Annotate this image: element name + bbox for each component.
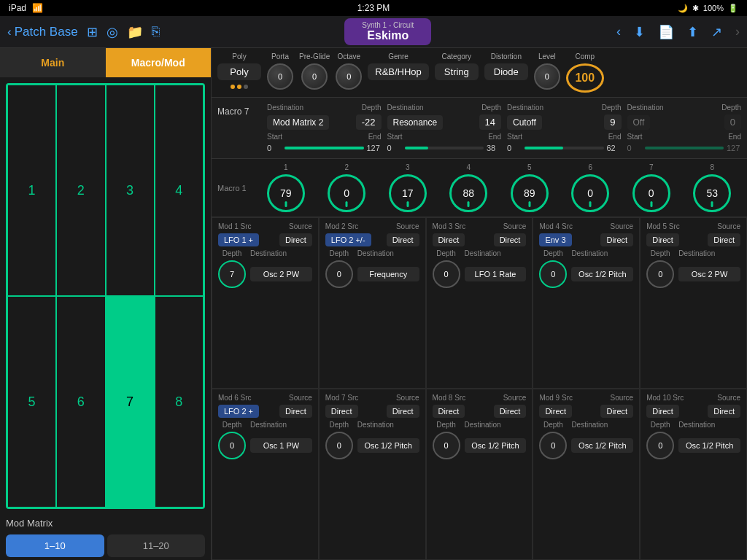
mod-depth-knob-1[interactable]: 0 <box>325 260 353 288</box>
mod-src-val-3[interactable]: Direct <box>539 405 572 418</box>
mod-cell-mod-grid-row2-3: Mod 9 Src Source Direct Direct Depth Des… <box>533 389 640 560</box>
mod-dest-val-3[interactable]: Osc 1/2 Pitch <box>571 267 633 281</box>
mod-src-val-1[interactable]: Direct <box>325 405 358 418</box>
mod-source-val-4[interactable]: Direct <box>708 233 740 246</box>
mod-depth-knob-3[interactable]: 0 <box>539 432 567 459</box>
macro-knob-7[interactable]: 0 <box>632 174 670 212</box>
mod-source-val-1[interactable]: Direct <box>387 233 419 246</box>
nav-icon-face[interactable]: ◎ <box>107 24 118 40</box>
dest-value-0[interactable]: Mod Matrix 2 <box>267 115 329 130</box>
mod-src-val-4[interactable]: Direct <box>646 233 679 246</box>
mod-dest-val-4[interactable]: Osc 2 PW <box>678 267 740 281</box>
mod-dest-val-0[interactable]: Osc 1 PW <box>250 438 312 453</box>
mod-vals-4: Direct Direct <box>646 233 740 246</box>
dest-value-2[interactable]: Cutoff <box>507 115 542 130</box>
moon-icon: 🌙 <box>678 4 688 13</box>
mod-source-val-0[interactable]: Direct <box>279 233 312 246</box>
nav-icon-layers[interactable]: ⊞ <box>87 24 98 40</box>
mod-source-val-3[interactable]: Direct <box>600 233 633 246</box>
mod-depth-knob-4[interactable]: 0 <box>646 260 674 288</box>
macro-knob-5[interactable]: 89 <box>511 174 549 212</box>
nav-icon-export[interactable]: ↗ <box>711 24 722 40</box>
macro-cell-4[interactable]: 4 <box>155 85 204 296</box>
mod-dest-val-2[interactable]: Osc 1/2 Pitch <box>465 438 527 453</box>
mod-source-val-4[interactable]: Direct <box>708 405 740 418</box>
mod-depth-knob-4[interactable]: 0 <box>646 432 674 459</box>
macro-knob-4[interactable]: 88 <box>449 174 487 212</box>
mod-source-val-2[interactable]: Direct <box>494 233 527 246</box>
slider-track-0[interactable] <box>285 147 364 149</box>
mod-source-val-0[interactable]: Direct <box>279 405 312 418</box>
mod-dest-val-2[interactable]: LFO 1 Rate <box>465 267 527 281</box>
mod-tab-1-10[interactable]: 1–10 <box>6 534 104 557</box>
poly-value[interactable]: Poly <box>217 63 261 80</box>
nav-icon-share[interactable]: ⬆ <box>687 24 698 40</box>
distortion-value[interactable]: Diode <box>484 63 528 80</box>
mod-tab-11-20[interactable]: 11–20 <box>107 534 206 557</box>
pre-glide-knob[interactable]: 0 <box>301 63 328 90</box>
dest-value-3[interactable]: Off <box>627 115 651 130</box>
mod-src-val-2[interactable]: Direct <box>433 233 465 246</box>
depth-value-2[interactable]: 9 <box>604 114 621 130</box>
macro-cell-1[interactable]: 1 <box>7 85 56 296</box>
mod-depth-knob-1[interactable]: 0 <box>325 432 353 459</box>
nav-icon-left-arrow[interactable]: ‹ <box>616 24 621 39</box>
level-knob[interactable]: 0 <box>534 63 560 90</box>
mod-dep-dest-labels-3: Depth Destination <box>539 249 633 257</box>
dot2 <box>237 85 241 89</box>
depth-value-0[interactable]: -22 <box>356 114 382 130</box>
octave-knob[interactable]: 0 <box>336 63 362 90</box>
mod-src-val-4[interactable]: Direct <box>646 405 679 418</box>
mod-src-val-1[interactable]: LFO 2 +/- <box>325 233 371 246</box>
macro-knob-8[interactable]: 53 <box>693 174 731 212</box>
macro-knob-1[interactable]: 79 <box>267 174 305 212</box>
nav-icon-right-arrow[interactable]: › <box>735 24 740 39</box>
porta-knob[interactable]: 0 <box>267 63 293 90</box>
category-control: Category String <box>435 52 479 93</box>
slider-track-2[interactable] <box>525 147 604 149</box>
mod-src-val-0[interactable]: LFO 1 + <box>218 233 259 246</box>
mod-dest-val-1[interactable]: Frequency <box>357 267 419 281</box>
mod-dest-val-0[interactable]: Osc 2 PW <box>250 267 312 281</box>
nav-icon-folder[interactable]: 📁 <box>127 24 143 40</box>
mod-src-val-0[interactable]: LFO 2 + <box>218 405 259 418</box>
tab-main[interactable]: Main <box>0 48 106 77</box>
macro-knob-3[interactable]: 17 <box>389 174 427 212</box>
mod-src-label-4: Mod 5 Src <box>646 222 680 230</box>
mod-source-val-3[interactable]: Direct <box>600 405 633 418</box>
macro-knob-6[interactable]: 0 <box>571 174 609 212</box>
dest-value-1[interactable]: Resonance <box>387 115 444 130</box>
mod-depth-knob-2[interactable]: 0 <box>433 260 460 288</box>
mod-src-val-3[interactable]: Env 3 <box>539 233 571 246</box>
mod-cell-mod-grid-row2-0: Mod 6 Src Source LFO 2 + Direct Depth De… <box>212 389 319 560</box>
slider-track-1[interactable] <box>405 147 484 149</box>
mod-depth-knob-0[interactable]: 0 <box>218 432 246 459</box>
slider-track-3[interactable] <box>645 147 724 149</box>
macro-cell-8[interactable]: 8 <box>155 296 204 508</box>
mod-depth-knob-0[interactable]: 7 <box>218 260 246 288</box>
nav-icon-copy[interactable]: ⎘ <box>152 24 160 39</box>
nav-icon-doc[interactable]: 📄 <box>658 24 674 40</box>
depth-value-1[interactable]: 14 <box>479 114 501 130</box>
category-value[interactable]: String <box>435 63 479 80</box>
macro-cell-6[interactable]: 6 <box>56 296 105 508</box>
depth-value-3[interactable]: 0 <box>724 114 741 130</box>
macro-knob-2[interactable]: 0 <box>328 174 365 212</box>
mod-dest-val-4[interactable]: Osc 1/2 Pitch <box>678 438 740 453</box>
nav-icon-download[interactable]: ⬇ <box>634 24 645 40</box>
genre-value[interactable]: R&B/HHop <box>368 63 429 80</box>
macro-cell-3[interactable]: 3 <box>106 85 155 296</box>
mod-source-val-2[interactable]: Direct <box>494 405 527 418</box>
mod-source-val-1[interactable]: Direct <box>387 405 419 418</box>
back-button[interactable]: ‹ Patch Base <box>7 25 78 39</box>
comp-knob[interactable]: 100 <box>566 63 604 93</box>
macro-cell-2[interactable]: 2 <box>56 85 105 296</box>
mod-dest-val-1[interactable]: Osc 1/2 Pitch <box>357 438 419 453</box>
mod-depth-knob-3[interactable]: 0 <box>539 260 567 288</box>
mod-src-val-2[interactable]: Direct <box>433 405 465 418</box>
mod-depth-knob-2[interactable]: 0 <box>433 432 460 459</box>
tab-macro-mod[interactable]: Macro/Mod <box>106 48 212 77</box>
mod-dest-val-3[interactable]: Osc 1/2 Pitch <box>571 438 633 453</box>
macro-cell-7[interactable]: 7 <box>106 296 155 508</box>
macro-cell-5[interactable]: 5 <box>7 296 56 508</box>
